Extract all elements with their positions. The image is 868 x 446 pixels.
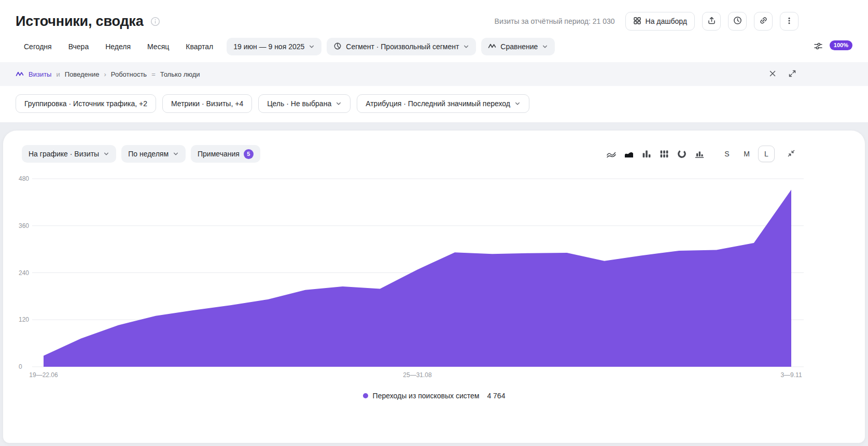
pie-chart-type-button[interactable]	[674, 146, 690, 162]
bar-chart-type-button[interactable]	[639, 146, 654, 162]
collapse-wrap	[785, 148, 797, 160]
chevron-right-icon: ›	[104, 70, 106, 78]
compare-icon	[488, 42, 496, 52]
chevron-down-icon	[103, 151, 109, 157]
line-chart-type-button[interactable]	[604, 146, 619, 162]
sampling-badge[interactable]: 100%	[830, 40, 852, 50]
segment-selector-label: Сегмент · Произвольный сегмент	[346, 42, 459, 51]
report-settings-row: Группировка · Источник трафика, +2 Метри…	[0, 86, 868, 122]
copy-link-button[interactable]	[754, 12, 773, 31]
chart-legend[interactable]: Переходы из поисковых систем 4 764	[19, 392, 849, 400]
dashboard-button[interactable]: На дашборд	[625, 12, 695, 31]
chart-size-small[interactable]: S	[719, 146, 735, 162]
chart-size-medium[interactable]: M	[738, 146, 755, 162]
granularity-selector[interactable]: По неделям	[121, 145, 186, 163]
period-tabs: Сегодня Вчера Неделя Месяц Квартал	[16, 38, 221, 55]
compare-selector[interactable]: Сравнение	[481, 38, 555, 55]
header-actions: Визиты за отчётный период: 21 030 На даш…	[495, 12, 799, 31]
segment-group[interactable]: Поведение	[65, 70, 100, 78]
period-tab-week[interactable]: Неделя	[97, 38, 139, 55]
link-icon	[759, 16, 768, 26]
period-tab-today[interactable]: Сегодня	[16, 38, 60, 55]
history-button[interactable]	[728, 12, 747, 31]
chart-size-large[interactable]: L	[758, 146, 775, 162]
stacked-bar-chart-icon	[659, 149, 669, 159]
svg-text:360: 360	[19, 222, 29, 229]
chart-controls: На графике · Визиты По неделям Примечани…	[22, 145, 849, 163]
segment-pie-icon	[333, 42, 342, 52]
info-icon[interactable]	[149, 16, 161, 27]
area-chart-icon	[624, 149, 634, 159]
close-icon	[768, 69, 777, 79]
stacked-bar-chart-type-button[interactable]	[656, 146, 672, 162]
notes-count-badge: 5	[244, 149, 254, 159]
metric-pulse-icon	[16, 70, 24, 78]
kebab-icon	[785, 17, 793, 26]
line-chart-icon	[606, 149, 617, 159]
svg-text:3—9.11: 3—9.11	[780, 371, 802, 379]
segment-selector[interactable]: Сегмент · Произвольный сегмент	[327, 38, 476, 55]
granularity-selector-label: По неделям	[128, 150, 169, 158]
segment-operator: =	[151, 70, 156, 78]
compare-selector-label: Сравнение	[500, 42, 538, 51]
segment-metric-link[interactable]: Визиты	[29, 70, 51, 78]
visits-summary: Визиты за отчётный период: 21 030	[495, 17, 615, 25]
svg-text:240: 240	[19, 269, 29, 277]
period-tab-month[interactable]: Месяц	[139, 38, 177, 55]
attribution-selector-label: Атрибуция · Последний значимый переход	[366, 99, 510, 108]
share-icon	[707, 16, 716, 26]
segment-attribute[interactable]: Роботность	[111, 70, 147, 78]
attribution-selector[interactable]: Атрибуция · Последний значимый переход	[357, 94, 529, 113]
goal-selector[interactable]: Цель · Не выбрана	[258, 94, 351, 113]
svg-text:120: 120	[19, 316, 29, 323]
grouping-selector[interactable]: Группировка · Источник трафика, +2	[16, 94, 156, 113]
svg-text:25—31.08: 25—31.08	[403, 371, 432, 379]
metrics-selector-label: Метрики · Визиты, +4	[171, 99, 243, 108]
segment-bar-actions	[766, 68, 799, 80]
date-range-picker[interactable]: 19 июн — 9 ноя 2025	[227, 38, 321, 55]
dashboard-icon	[633, 17, 641, 26]
segment-clear-button[interactable]	[766, 68, 779, 80]
chevron-down-icon	[335, 100, 342, 107]
chevron-down-icon	[173, 151, 179, 157]
period-tab-quarter[interactable]: Квартал	[177, 38, 221, 55]
chart-card: На графике · Визиты По неделям Примечани…	[3, 131, 865, 443]
goal-selector-label: Цель · Не выбрана	[267, 99, 331, 108]
chart-collapse-button[interactable]	[785, 148, 797, 160]
segment-value[interactable]: Только люди	[160, 70, 200, 78]
metrica-sources-page: Источники, сводка Визиты за отчётный пер…	[0, 0, 868, 446]
segment-conjunction: и	[56, 70, 60, 78]
sampling-control: 100%	[809, 37, 852, 56]
period-tab-yesterday[interactable]: Вчера	[60, 38, 97, 55]
segment-expand-button[interactable]	[786, 68, 799, 80]
sampling-settings-button[interactable]	[809, 37, 828, 56]
more-menu-button[interactable]	[780, 12, 799, 31]
segment-bar: Визиты и Поведение › Роботность = Только…	[0, 62, 868, 86]
chevron-down-icon	[514, 100, 521, 107]
legend-dot	[363, 393, 368, 398]
header-left: Источники, сводка	[16, 13, 161, 30]
top-section: Источники, сводка Визиты за отчётный пер…	[0, 0, 868, 122]
metrics-selector[interactable]: Метрики · Визиты, +4	[162, 94, 252, 113]
area-chart-type-button[interactable]	[621, 146, 637, 162]
date-range-label: 19 июн — 9 ноя 2025	[233, 42, 304, 51]
header: Источники, сводка Визиты за отчётный пер…	[0, 0, 868, 32]
on-chart-selector-label: На графике · Визиты	[29, 150, 99, 158]
svg-text:0: 0	[19, 363, 22, 370]
expand-icon	[788, 69, 796, 79]
share-button[interactable]	[702, 12, 721, 31]
content-wrap: На графике · Визиты По неделям Примечани…	[0, 122, 868, 446]
area-series	[44, 190, 791, 367]
notes-button[interactable]: Примечания 5	[191, 145, 260, 163]
bar-chart-icon	[641, 149, 652, 159]
visits-area-chart[interactable]: 012024036048019—22.0625—31.083—9.11	[19, 167, 849, 384]
chevron-down-icon	[463, 44, 469, 50]
page-title: Источники, сводка	[16, 13, 143, 30]
clock-icon	[733, 16, 742, 26]
grouping-selector-label: Группировка · Источник трафика, +2	[24, 99, 147, 108]
svg-text:480: 480	[19, 175, 29, 182]
column-chart-type-button[interactable]	[692, 146, 707, 162]
on-chart-selector[interactable]: На графике · Визиты	[22, 145, 116, 163]
notes-button-label: Примечания	[198, 150, 240, 158]
filter-row: Сегодня Вчера Неделя Месяц Квартал 19 ию…	[0, 32, 868, 56]
